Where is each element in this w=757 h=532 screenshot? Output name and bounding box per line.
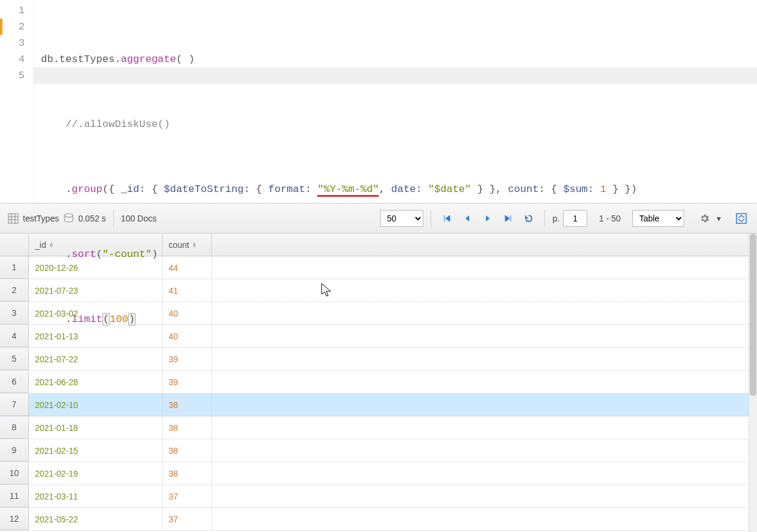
code-line[interactable]: db.testTypes.aggregate( ): [41, 51, 757, 67]
cell-count[interactable]: 37: [163, 485, 212, 507]
table-row[interactable]: 22021-07-2341: [0, 279, 757, 302]
scrollbar-thumb[interactable]: [750, 234, 756, 396]
cell-count[interactable]: 38: [163, 462, 212, 484]
cell-count[interactable]: 38: [163, 439, 212, 462]
vertical-scrollbar[interactable]: [749, 234, 757, 532]
table-icon: [7, 212, 19, 224]
cell-id[interactable]: 2021-05-22: [29, 508, 163, 530]
sort-icon: ▲▼: [192, 242, 197, 248]
column-header-count-label: count: [169, 240, 189, 250]
row-number-cell: 11: [0, 485, 29, 507]
table-row[interactable]: 62021-06-2839: [0, 371, 757, 394]
cell-count[interactable]: 44: [163, 256, 212, 279]
results-panel: _id ▲▼ count ▲▼ 12020-12-264422021-07-23…: [0, 234, 757, 532]
cell-id[interactable]: 2021-06-28: [29, 371, 163, 393]
row-number-header: [0, 234, 29, 256]
line-number: 3: [0, 35, 25, 51]
table-row[interactable]: 122021-05-2237: [0, 508, 757, 531]
cell-id[interactable]: 2021-02-15: [29, 439, 163, 462]
line-number: 1: [0, 2, 25, 19]
code-editor[interactable]: 12345 db.testTypes.aggregate( ) //.allow…: [0, 0, 757, 203]
line-number: 5: [0, 67, 25, 84]
cell-id[interactable]: 2021-02-19: [29, 462, 163, 484]
code-content[interactable]: db.testTypes.aggregate( ) //.allowDiskUs…: [34, 0, 757, 203]
sort-icon: ▲▼: [49, 242, 54, 248]
row-number-cell: 1: [0, 256, 29, 279]
table-row[interactable]: 42021-01-1340: [0, 325, 757, 348]
cell-id[interactable]: 2021-01-13: [29, 325, 163, 347]
line-number: 4: [0, 51, 25, 67]
cell-id[interactable]: 2021-02-10: [29, 394, 163, 416]
cell-count[interactable]: 38: [163, 416, 212, 439]
cell-count[interactable]: 40: [163, 302, 212, 324]
table-row[interactable]: 102021-02-1938: [0, 462, 757, 485]
cell-count[interactable]: 40: [163, 325, 212, 347]
cell-count[interactable]: 39: [163, 348, 212, 370]
row-number-cell: 12: [0, 508, 29, 530]
cell-count[interactable]: 39: [163, 371, 212, 393]
row-number-cell: 2: [0, 279, 29, 302]
cell-id[interactable]: 2021-01-18: [29, 416, 163, 439]
table-row[interactable]: 52021-07-2239: [0, 348, 757, 371]
cell-count[interactable]: 41: [163, 279, 212, 302]
row-number-cell: 5: [0, 348, 29, 370]
row-number-cell: 9: [0, 439, 29, 462]
row-number-cell: 7: [0, 394, 29, 416]
svg-rect-0: [8, 214, 18, 223]
row-number-cell: 6: [0, 371, 29, 393]
code-line[interactable]: //.allowDiskUse(): [41, 116, 757, 132]
table-row[interactable]: 72021-02-1038: [0, 394, 757, 416]
cell-id[interactable]: 2021-07-23: [29, 279, 163, 302]
table-row[interactable]: 92021-02-1538: [0, 439, 757, 462]
column-header-count[interactable]: count ▲▼: [163, 234, 212, 256]
row-number-cell: 3: [0, 302, 29, 324]
row-number-cell: 4: [0, 325, 29, 347]
row-number-cell: 10: [0, 462, 29, 484]
table-body[interactable]: 12020-12-264422021-07-234132021-03-02404…: [0, 256, 757, 532]
cell-count[interactable]: 38: [163, 394, 212, 416]
column-header-id-label: _id: [35, 240, 46, 250]
cell-id[interactable]: 2021-07-22: [29, 348, 163, 370]
cell-count[interactable]: 37: [163, 508, 212, 530]
line-number: 2: [0, 19, 25, 35]
table-row[interactable]: 82021-01-1838: [0, 416, 757, 439]
code-line[interactable]: .group({ _id: { $dateToString: { format:…: [41, 181, 757, 197]
row-number-cell: 8: [0, 416, 29, 439]
modified-line-marker: [0, 19, 2, 35]
cell-id[interactable]: 2021-03-11: [29, 485, 163, 507]
table-row[interactable]: 112021-03-1137: [0, 485, 757, 508]
line-number-gutter: 12345: [0, 0, 34, 203]
